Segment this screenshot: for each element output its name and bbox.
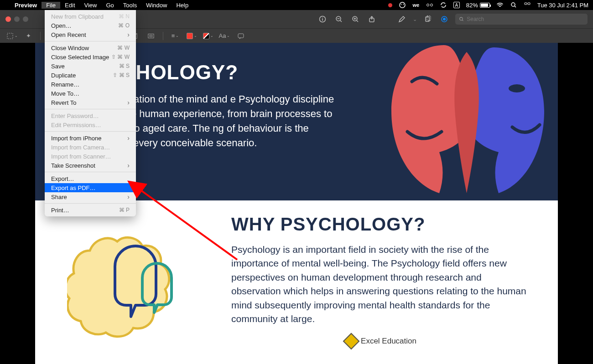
svg-point-4 (430, 4, 432, 6)
menu-item-close-window[interactable]: Close Window⌘ W (45, 43, 136, 52)
highlight-icon[interactable] (439, 14, 450, 25)
search-icon (459, 16, 464, 22)
border-color-icon[interactable]: ⌄ (185, 31, 198, 41)
close-window-button[interactable] (5, 16, 11, 22)
menu-edit[interactable]: Edit (60, 2, 79, 9)
datetime-label[interactable]: Tue 30 Jul 2:41 PM (537, 2, 588, 9)
search-field[interactable] (455, 14, 588, 25)
info-icon[interactable] (317, 14, 328, 25)
app-name[interactable]: Preview (10, 2, 42, 9)
menu-separator (45, 131, 136, 132)
svg-point-0 (400, 2, 405, 8)
instant-alpha-icon[interactable]: ✦ (22, 31, 35, 41)
zoom-in-icon[interactable] (350, 14, 361, 25)
menu-item-enter-password: Enter Password… (45, 111, 136, 120)
menu-item-duplicate[interactable]: Duplicate⇧ ⌘ S (45, 71, 136, 80)
svg-point-25 (509, 84, 525, 92)
fill-color-icon[interactable]: ⌄ (202, 31, 214, 41)
menu-item-import-from-camera: Import from Camera… (45, 143, 136, 152)
menu-item-print[interactable]: Print…⌘ P (45, 205, 136, 215)
annotate-icon[interactable] (234, 31, 247, 41)
menu-item-import-from-iphone[interactable]: Import from iPhone (45, 133, 136, 143)
battery-status[interactable]: 82% (466, 2, 490, 9)
control-center-icon[interactable] (524, 1, 531, 9)
edu-logo-icon (343, 333, 360, 349)
svg-rect-23 (150, 35, 152, 37)
svg-point-3 (427, 4, 429, 6)
menu-item-save[interactable]: Save⌘ S (45, 62, 136, 71)
menu-item-take-screenshot[interactable]: Take Screenshot (45, 161, 136, 170)
search-input[interactable] (467, 16, 584, 22)
minimize-window-button[interactable] (14, 16, 20, 22)
menu-help[interactable]: Help (172, 2, 193, 9)
menubar-extra-icon-1[interactable] (399, 1, 406, 9)
svg-rect-22 (148, 34, 154, 38)
svg-rect-24 (238, 34, 244, 38)
menu-separator (45, 203, 136, 204)
why-section: WHY PSYCHOLOGY? Psychology is an importa… (35, 200, 558, 347)
menu-item-export-as-pdf[interactable]: Export as PDF… (45, 183, 136, 192)
menu-item-move-to[interactable]: Move To… (45, 89, 136, 98)
menu-separator (45, 109, 136, 109)
menu-item-edit-permissions: Edit Permissions… (45, 120, 136, 129)
input-source-icon[interactable]: A (453, 2, 460, 8)
menu-item-export[interactable]: Export… (45, 174, 136, 183)
selection-tool-icon[interactable]: ⌄ (5, 31, 18, 41)
spotlight-icon[interactable] (510, 1, 517, 9)
menubar-extra-icon-3[interactable] (426, 1, 433, 9)
text-style-icon[interactable]: Aa⌄ (218, 31, 231, 41)
menu-item-revert-to[interactable]: Revert To (45, 98, 136, 107)
menu-item-share[interactable]: Share (45, 192, 136, 201)
file-menu-dropdown: New from Clipboard⌘ NOpen…⌘ OOpen Recent… (45, 10, 136, 216)
system-menubar: Preview FileEditViewGoToolsWindowHelp we… (0, 0, 593, 10)
status-recording-icon[interactable] (388, 3, 392, 7)
why-body: Psychology is an important field in soci… (231, 243, 531, 326)
svg-point-17 (460, 17, 463, 20)
menu-separator (45, 172, 136, 172)
edu-label: Excel Education (361, 337, 416, 346)
menu-item-open-recent[interactable]: Open Recent (45, 30, 136, 39)
menubar-extra-icon-2[interactable]: we (412, 1, 420, 9)
edu-attribution: Excel Education (231, 335, 531, 347)
window-controls (5, 16, 28, 22)
menu-go[interactable]: Go (101, 2, 118, 9)
battery-icon (480, 3, 490, 8)
brain-illustration (67, 214, 213, 346)
svg-rect-6 (525, 3, 527, 5)
markup-pencil-icon[interactable] (396, 14, 407, 25)
menu-item-rename[interactable]: Rename… (45, 80, 136, 89)
menu-item-new-from-clipboard: New from Clipboard⌘ N (45, 12, 136, 21)
menu-file[interactable]: File (42, 2, 60, 9)
battery-percent-label: 82% (466, 2, 478, 9)
menu-item-close-selected-image[interactable]: Close Selected Image⇧ ⌘ W (45, 52, 136, 62)
menu-window[interactable]: Window (141, 2, 172, 9)
menu-item-open[interactable]: Open…⌘ O (45, 21, 136, 30)
border-style-icon[interactable]: ≡⌄ (169, 31, 182, 41)
rotate-icon[interactable] (422, 14, 433, 25)
menu-tools[interactable]: Tools (119, 2, 141, 9)
markup-chevron-icon[interactable]: ⌄ (413, 16, 417, 22)
svg-point-5 (511, 3, 515, 6)
faces-illustration (375, 43, 549, 202)
adjust-size-icon[interactable] (145, 31, 157, 41)
svg-rect-7 (528, 3, 530, 5)
menu-separator (45, 41, 136, 41)
fullscreen-window-button[interactable] (23, 16, 28, 22)
zoom-out-icon[interactable] (333, 14, 344, 25)
why-title: WHY PSYCHOLOGY? (231, 214, 531, 235)
svg-rect-18 (7, 33, 13, 39)
menu-item-import-from-scanner: Import from Scanner… (45, 152, 136, 161)
share-icon[interactable] (366, 14, 377, 25)
menu-view[interactable]: View (80, 2, 102, 9)
wifi-icon[interactable] (496, 1, 504, 9)
svg-point-1 (401, 4, 401, 5)
menubar-refresh-icon[interactable] (440, 1, 447, 9)
svg-point-16 (443, 18, 446, 21)
svg-point-2 (403, 4, 404, 5)
